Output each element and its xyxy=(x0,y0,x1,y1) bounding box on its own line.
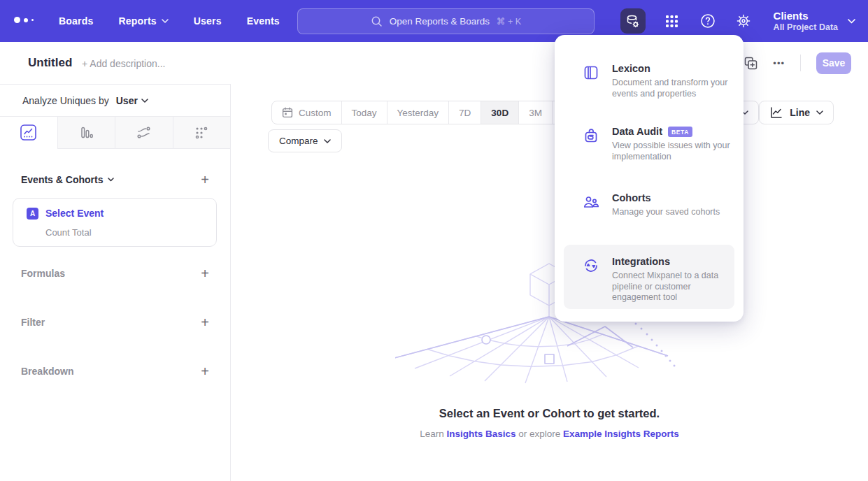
flow-icon xyxy=(136,125,151,140)
data-management-dropdown: Lexicon Document and transform your even… xyxy=(555,35,744,322)
date-range-3m[interactable]: 3M xyxy=(518,101,552,124)
integrations-sync-icon xyxy=(583,257,599,274)
filter-label: Filter xyxy=(21,317,45,328)
example-reports-link[interactable]: Example Insights Reports xyxy=(563,429,679,439)
tab-bar-chart[interactable] xyxy=(57,117,115,149)
add-description-field[interactable]: + Add description... xyxy=(82,58,165,69)
divider xyxy=(800,55,801,71)
menu-item-integrations[interactable]: Integrations Connect Mixpanel to a data … xyxy=(583,256,735,303)
project-switcher[interactable]: Clients All Project Data xyxy=(774,10,855,33)
date-range-yesterday[interactable]: Yesterday xyxy=(387,101,449,124)
save-button[interactable]: Save xyxy=(816,52,851,74)
menu-item-description: Manage your saved cohorts xyxy=(612,207,735,218)
empty-state-links: Learn Insights Basics or explore Example… xyxy=(231,429,868,439)
analyze-by-value: User xyxy=(116,95,138,106)
chevron-down-icon xyxy=(324,139,331,143)
chevron-down-icon xyxy=(108,178,114,182)
search-shortcut: ⌘ + K xyxy=(497,16,521,27)
date-range-30d[interactable]: 30D xyxy=(481,101,518,124)
more-options-button[interactable]: ••• xyxy=(773,58,785,69)
menu-item-lexicon[interactable]: Lexicon Document and transform your even… xyxy=(583,63,735,99)
logo-dot xyxy=(24,18,28,22)
chevron-down-icon xyxy=(162,19,169,23)
add-event-button[interactable]: + xyxy=(201,173,209,187)
logo-dot xyxy=(31,19,34,21)
menu-item-cohorts[interactable]: Cohorts Manage your saved cohorts xyxy=(583,192,735,218)
date-range-label: Custom xyxy=(299,108,332,118)
search-icon xyxy=(371,15,383,27)
primary-nav: Boards Reports Users Events xyxy=(59,0,280,42)
date-range-today[interactable]: Today xyxy=(341,101,387,124)
tab-line-chart[interactable] xyxy=(0,117,57,149)
project-name: Clients xyxy=(774,10,838,22)
query-builder-panel: Analyze Uniques by User xyxy=(0,84,231,481)
calendar-icon xyxy=(282,107,293,118)
analyze-uniques-row: Analyze Uniques by User xyxy=(0,85,230,117)
formulas-label: Formulas xyxy=(21,268,65,279)
empty-state-title: Select an Event or Cohort to get started… xyxy=(231,407,868,420)
database-gear-icon xyxy=(625,14,640,29)
grid-icon xyxy=(665,15,678,28)
report-canvas: Custom Today Yesterday 7D 30D 3M 6M Comp… xyxy=(231,84,868,481)
tab-flow-chart[interactable] xyxy=(115,117,173,149)
apps-grid-button[interactable] xyxy=(663,8,681,34)
date-range-control: Custom Today Yesterday 7D 30D 3M 6M xyxy=(271,101,586,124)
mixpanel-logo[interactable] xyxy=(14,17,34,23)
nav-boards[interactable]: Boards xyxy=(59,15,93,27)
event-series-badge: A xyxy=(27,208,38,220)
compare-button[interactable]: Compare xyxy=(268,129,342,152)
filter-row: Filter + xyxy=(0,313,230,332)
chart-type-label: Line xyxy=(790,107,810,118)
add-formula-button[interactable]: + xyxy=(201,266,209,280)
nav-users[interactable]: Users xyxy=(194,15,222,27)
chevron-down-icon xyxy=(816,110,823,115)
nav-reports[interactable]: Reports xyxy=(118,15,168,27)
analyze-label: Analyze Uniques by xyxy=(22,95,109,106)
chevron-down-icon xyxy=(141,99,148,103)
add-filter-button[interactable]: + xyxy=(201,315,209,329)
chart-type-selector[interactable]: Line xyxy=(759,101,834,124)
breakdown-label: Breakdown xyxy=(21,366,73,377)
events-cohorts-label: Events & Cohorts xyxy=(21,174,103,185)
project-scope: All Project Data xyxy=(774,22,838,33)
menu-item-title: Integrations xyxy=(612,256,670,268)
date-range-custom[interactable]: Custom xyxy=(272,101,341,124)
date-range-7d[interactable]: 7D xyxy=(448,101,481,124)
data-management-button[interactable] xyxy=(620,8,646,34)
help-button[interactable] xyxy=(699,8,717,34)
tab-metrics[interactable] xyxy=(173,117,231,149)
event-card[interactable]: A Select Event Count Total xyxy=(13,198,217,247)
nav-events[interactable]: Events xyxy=(247,15,280,27)
menu-item-description: View possible issues with your implement… xyxy=(612,141,735,162)
settings-gear-button[interactable] xyxy=(734,8,753,34)
analyze-by-selector[interactable]: User xyxy=(116,95,148,106)
gear-icon xyxy=(736,13,751,29)
empty-state-prefix: Learn xyxy=(420,429,444,439)
menu-item-data-audit[interactable]: Data Audit BETA View possible issues wit… xyxy=(583,126,735,162)
nav-reports-label: Reports xyxy=(118,15,156,27)
menu-item-description: Document and transform your events and p… xyxy=(612,78,735,99)
search-input[interactable]: Open Reports & Boards ⌘ + K xyxy=(297,8,595,34)
bar-chart-icon xyxy=(79,125,94,140)
events-cohorts-header[interactable]: Events & Cohorts xyxy=(21,174,114,185)
insights-basics-link[interactable]: Insights Basics xyxy=(446,429,515,439)
menu-item-title: Data Audit xyxy=(612,126,662,138)
chevron-down-icon xyxy=(848,19,855,24)
compare-label: Compare xyxy=(279,136,318,146)
mixpanel-insights-page: Boards Reports Users Events Open Reports… xyxy=(0,0,868,481)
events-cohorts-header-row: Events & Cohorts + xyxy=(0,170,230,189)
report-title[interactable]: Untitled xyxy=(28,56,72,70)
breakdown-row: Breakdown + xyxy=(0,361,230,381)
lexicon-book-icon xyxy=(583,64,599,81)
count-total-label[interactable]: Count Total xyxy=(45,227,92,238)
add-breakdown-button[interactable]: + xyxy=(201,364,209,378)
select-event-label[interactable]: Select Event xyxy=(45,208,104,219)
logo-dot xyxy=(14,17,20,23)
duplicate-report-button[interactable] xyxy=(744,57,757,70)
question-circle-icon xyxy=(700,13,716,29)
metrics-dots-icon xyxy=(194,126,208,140)
line-chart-icon xyxy=(769,106,783,120)
empty-state-middle: or explore xyxy=(518,429,560,439)
menu-item-title: Cohorts xyxy=(612,192,651,204)
line-chart-icon xyxy=(20,124,36,141)
